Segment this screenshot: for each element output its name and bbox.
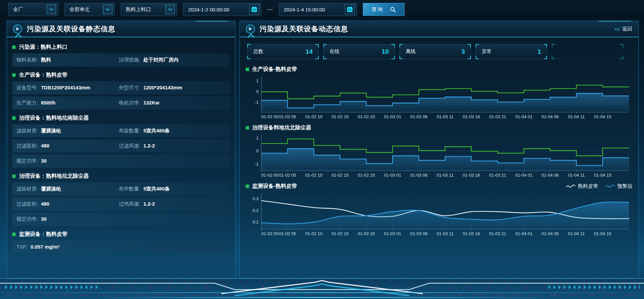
field-label: 过鸿风速: (119, 201, 140, 207)
svg-text:01-04 15: 01-04 15 (594, 231, 611, 236)
info-row: 额定功率:30 (12, 213, 230, 226)
corner-bracket (620, 56, 623, 59)
svg-text:01-03 16: 01-03 16 (463, 173, 480, 178)
field-label: TSP: (16, 244, 28, 250)
info-cell: 设备型号:TDB1200*204143mm (16, 85, 119, 91)
svg-text:0.2: 0.2 (253, 208, 259, 213)
svg-text:0.1: 0.1 (253, 219, 259, 224)
chart-block-2: 治理设备料地坑北除尘器10-101-02 0001-02 0501-02 100… (246, 122, 632, 179)
corner-bracket (544, 44, 547, 47)
chart-title: 监测设备-熟料皮带 (252, 183, 297, 190)
corner-bracket (468, 44, 471, 47)
dynamic-panel-title: 污染源及关联设备动态信息 (260, 24, 348, 34)
charts-area: 生产设备-熟料皮带10-101-02 0001-02 0501-02 1001-… (240, 60, 638, 237)
stat-card: 离线3 (399, 44, 471, 59)
stat-value: 10 (382, 48, 389, 55)
field-value: 480 (41, 201, 49, 207)
field-value: 1.2-2 (143, 143, 155, 148)
calendar-icon[interactable] (249, 4, 259, 14)
plant-select[interactable]: 全厂 (8, 3, 58, 16)
calendar-icon[interactable] (345, 4, 355, 14)
svg-text:01-03 21: 01-03 21 (489, 114, 506, 119)
chart-block-1: 生产设备-熟料皮带10-101-02 0001-02 0501-02 1001-… (246, 64, 632, 120)
green-square-bullet (12, 233, 15, 236)
empty-stat-frame (552, 44, 623, 59)
svg-text:01-04 15: 01-04 15 (594, 114, 611, 119)
query-button[interactable]: 查询 (363, 3, 405, 16)
info-row: 滤袋材质:覆膜涤纶布袋数量:5室共480条 (12, 124, 230, 137)
svg-text:01-04 06: 01-04 06 (541, 231, 558, 236)
unit-select-value: 全部单元 (69, 6, 90, 13)
info-cell: 滤袋材质:覆膜涤纶 (16, 128, 119, 134)
chart-legend: 熟料皮带预警信 (566, 183, 632, 189)
stat-label: 总数 (253, 48, 263, 55)
svg-text:01-03 21: 01-03 21 (489, 231, 506, 236)
info-row: TSP:0.057 mg/m³ (12, 241, 230, 253)
chevron-down-icon[interactable] (165, 5, 175, 14)
field-label: 过滤风速: (119, 143, 140, 148)
svg-text:01-04 11: 01-04 11 (568, 173, 585, 178)
chevron-down-icon[interactable] (47, 5, 56, 14)
svg-text:01-04 15: 01-04 15 (594, 173, 611, 178)
field-value: 30 (41, 216, 47, 222)
back-button[interactable]: << 返回 (614, 26, 632, 32)
info-row: 生产能力:650t/h电机功率:132Kw (12, 96, 230, 110)
svg-text:01-03 21: 01-03 21 (489, 173, 506, 178)
green-square-bullet (12, 46, 15, 49)
chart-title-row: 生产设备-熟料皮带 (246, 64, 632, 75)
svg-text:01-02 00: 01-02 00 (261, 231, 278, 236)
green-square-bullet (12, 74, 15, 77)
section-title: 监测设备：熟料皮带 (19, 231, 67, 238)
stat-card: 在线10 (323, 44, 395, 59)
svg-text:0: 0 (256, 148, 259, 154)
back-chevrons-icon: << (614, 26, 620, 32)
info-row: 额定功率:30 (12, 155, 230, 168)
svg-text:01-03 16: 01-03 16 (463, 114, 480, 119)
corner-bracket (399, 44, 403, 47)
chart-block-3: 监测设备-熟料皮带熟料皮带预警信0.30.20.101-02 0001-02 0… (246, 181, 632, 237)
svg-text:01-02 05: 01-02 05 (279, 231, 296, 236)
field-value: TDB1200*204143mm (41, 85, 90, 90)
unit-select[interactable]: 全部单元 (64, 3, 115, 16)
svg-text:-1: -1 (255, 162, 259, 167)
green-square-bullet (12, 175, 15, 178)
field-label: 过滤面积: (16, 143, 38, 148)
section-title: 治理设备：熟料地坑北除尘器 (19, 173, 89, 180)
field-label: 滤袋材质: (16, 186, 38, 191)
section-header: 生产设备：熟料皮带 (8, 69, 234, 81)
chart-plot: 10-101-02 0001-02 0501-02 1001-02 1501-0… (246, 133, 632, 179)
static-info-list: 污染源：熟料上料口物料名称:熟料治理措施:处于封闭厂房内生产设备：熟料皮带设备型… (7, 37, 235, 253)
corner-bracket (239, 273, 244, 278)
stat-card: 总数14 (247, 44, 319, 59)
start-datetime-input[interactable]: 2024-1-2 00:00:00 (183, 3, 261, 16)
svg-text:-1: -1 (255, 100, 259, 105)
field-value: 5室共480条 (143, 186, 169, 191)
end-datetime-value: 2024-1-4 15:00:00 (284, 7, 341, 12)
corner-bracket (7, 273, 11, 278)
svg-text:01-02 15: 01-02 15 (331, 114, 348, 119)
chart-title-row: 治理设备料地坑北除尘器 (246, 122, 632, 133)
end-datetime-input[interactable]: 2024-1-4 15:00:00 (279, 3, 357, 16)
stat-label: 异常 (482, 48, 492, 55)
chart-plot: 10-101-02 0001-02 0501-02 1001-02 1501-0… (246, 75, 632, 120)
chevron-down-icon[interactable] (103, 5, 112, 14)
chart-title: 治理设备料地坑北除尘器 (252, 124, 311, 131)
svg-text:01-03 11: 01-03 11 (437, 173, 453, 178)
info-cell: 过滤风速:1.2-2 (119, 143, 230, 149)
stat-label: 离线 (406, 48, 416, 55)
info-row: 过滤面积:480过滤风速:1.2-2 (12, 139, 230, 153)
section-header: 治理设备：熟料地坑南除尘器 (8, 112, 234, 124)
field-value: 处于封闭厂房内 (143, 57, 178, 62)
field-label: 物料名称: (16, 57, 38, 62)
stat-value: 3 (461, 48, 465, 55)
stat-label: 在线 (329, 48, 339, 55)
info-cell: 过鸿风速:1.2-2 (119, 201, 230, 207)
legend-item[interactable]: 预警信 (605, 183, 632, 189)
svg-text:0: 0 (256, 89, 259, 94)
legend-item[interactable]: 熟料皮带 (566, 183, 598, 189)
pollution-source-select[interactable]: 熟料上料口 (121, 3, 177, 16)
info-cell: 布袋数量:5室共480条 (119, 128, 230, 134)
svg-text:01-03 06: 01-03 06 (410, 173, 427, 178)
corner-bracket (476, 44, 479, 47)
svg-text:01-02 10: 01-02 10 (305, 173, 322, 178)
